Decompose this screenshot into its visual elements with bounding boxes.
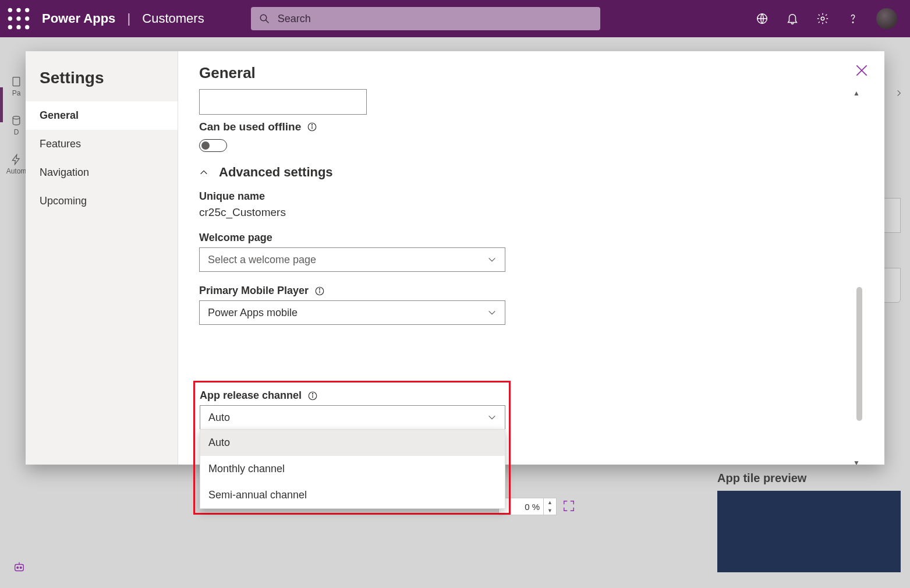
chevron-down-icon: [487, 255, 497, 264]
zoom-control[interactable]: 0 % ▲ ▼: [498, 498, 557, 515]
product-name: Power Apps | Customers: [42, 11, 204, 26]
scroll-down-button[interactable]: ▼: [853, 459, 860, 465]
settings-section-title: General: [199, 64, 863, 82]
settings-tab-navigation[interactable]: Navigation: [26, 158, 178, 187]
offline-info[interactable]: [307, 122, 317, 132]
offline-label: Can be used offline: [199, 121, 301, 133]
svg-rect-14: [13, 77, 20, 86]
fit-to-screen-icon: [562, 500, 575, 512]
app-launcher-button[interactable]: [6, 6, 31, 31]
svg-point-26: [312, 393, 313, 394]
svg-point-12: [821, 17, 824, 20]
welcome-page-value: Select a welcome page: [208, 254, 316, 266]
search-icon: [259, 13, 270, 24]
settings-dialog: Settings General Features Navigation Upc…: [26, 51, 884, 465]
svg-point-8: [25, 25, 29, 29]
unique-name-value: cr25c_Customers: [199, 206, 849, 219]
advanced-settings-header[interactable]: Advanced settings: [199, 165, 849, 180]
notifications-button[interactable]: [785, 12, 799, 26]
app-tile-preview-label: App tile preview: [717, 472, 901, 485]
settings-button[interactable]: [816, 12, 830, 26]
chevron-up-icon: [199, 168, 208, 177]
welcome-page-dropdown[interactable]: Select a welcome page: [199, 247, 505, 272]
svg-point-20: [312, 125, 313, 125]
header-actions: [755, 8, 904, 29]
brand-separator: |: [127, 11, 130, 26]
release-channel-label: App release channel: [200, 389, 302, 402]
rail-pages[interactable]: Pa: [5, 76, 28, 97]
mobile-player-dropdown[interactable]: Power Apps mobile: [199, 300, 505, 325]
scroll-up-button[interactable]: ▲: [853, 89, 860, 97]
chevron-down-icon: [487, 308, 497, 317]
zoom-up[interactable]: ▲: [544, 498, 556, 506]
globe-icon: [756, 12, 769, 25]
settings-title: Settings: [26, 63, 178, 101]
release-channel-options: Auto Monthly channel Semi-annual channel: [200, 429, 505, 509]
app-tile-preview: App tile preview: [717, 472, 901, 572]
advanced-settings-label: Advanced settings: [219, 165, 333, 180]
waffle-icon: [6, 6, 31, 31]
svg-point-6: [8, 25, 12, 29]
expand-right-pane[interactable]: [890, 82, 908, 105]
settings-tab-upcoming[interactable]: Upcoming: [26, 187, 178, 215]
global-search[interactable]: Search: [251, 7, 600, 30]
settings-content: General ▲ ▼ Can be used offline Advanced…: [178, 51, 884, 465]
brand-text: Power Apps: [42, 11, 115, 26]
help-button[interactable]: [846, 12, 860, 26]
fit-to-screen-button[interactable]: [562, 500, 575, 512]
copilot-icon: [13, 561, 26, 574]
zoom-value: 0 %: [499, 502, 543, 512]
svg-point-1: [16, 8, 20, 12]
environment-button[interactable]: [755, 12, 769, 26]
mobile-player-label: Primary Mobile Player: [199, 285, 309, 297]
question-icon: [847, 12, 859, 25]
release-channel-info[interactable]: [307, 391, 318, 401]
mobile-player-value: Power Apps mobile: [208, 307, 298, 319]
svg-point-0: [8, 8, 12, 12]
svg-point-3: [8, 16, 12, 20]
release-option-semiannual[interactable]: Semi-annual channel: [200, 482, 505, 508]
copilot-button[interactable]: [13, 561, 26, 576]
unique-name-label: Unique name: [199, 190, 849, 203]
rail-pages-label: Pa: [5, 89, 28, 97]
info-icon: [307, 391, 318, 401]
data-icon: [10, 115, 22, 126]
info-icon: [314, 286, 325, 296]
svg-point-2: [25, 8, 29, 12]
chevron-down-icon: [487, 413, 497, 422]
automate-icon: [10, 154, 22, 165]
mobile-player-info[interactable]: [314, 286, 325, 296]
settings-tab-features[interactable]: Features: [26, 130, 178, 158]
close-button[interactable]: [854, 63, 869, 80]
offline-toggle[interactable]: [199, 139, 227, 152]
release-option-monthly[interactable]: Monthly channel: [200, 456, 505, 482]
global-header: Power Apps | Customers Search: [0, 0, 910, 37]
svg-point-28: [17, 567, 19, 569]
bell-icon: [786, 12, 799, 25]
settings-tab-general[interactable]: General: [26, 101, 178, 130]
release-channel-value: Auto: [208, 412, 230, 424]
rail-data-label: D: [5, 128, 28, 136]
release-option-auto[interactable]: Auto: [200, 430, 505, 456]
svg-point-4: [16, 16, 20, 20]
svg-line-10: [265, 20, 268, 23]
scrollbar-thumb[interactable]: [856, 287, 862, 421]
description-textarea[interactable]: [199, 89, 367, 115]
zoom-down[interactable]: ▼: [544, 506, 556, 515]
user-avatar[interactable]: [876, 8, 897, 29]
svg-point-5: [25, 16, 29, 20]
rail-data[interactable]: D: [5, 115, 28, 136]
zoom-spinner: ▲ ▼: [543, 498, 556, 515]
svg-point-7: [16, 25, 20, 29]
settings-sidebar: Settings General Features Navigation Upc…: [26, 51, 178, 465]
close-icon: [854, 63, 869, 78]
rail-automate[interactable]: Autom: [5, 154, 28, 175]
svg-point-9: [260, 15, 267, 21]
chevron-right-icon: [895, 89, 903, 97]
rail-automate-label: Autom: [5, 167, 28, 175]
release-channel-highlight: App release channel Auto Auto Monthly ch…: [193, 381, 511, 515]
gear-icon: [816, 12, 829, 25]
info-icon: [307, 122, 317, 132]
release-channel-dropdown[interactable]: Auto: [200, 405, 505, 430]
app-context-name: Customers: [142, 11, 204, 26]
